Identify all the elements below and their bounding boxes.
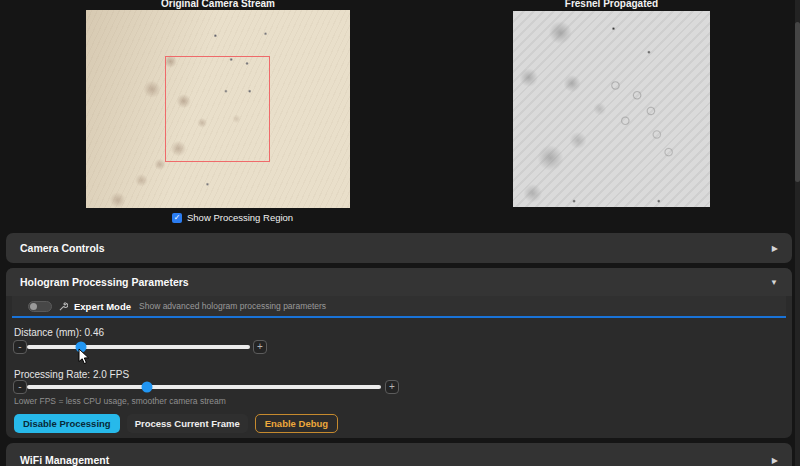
original-stream-title: Original Camera Stream [86, 0, 350, 9]
chevron-right-icon: ▶ [772, 456, 778, 465]
fresnel-stream-title: Fresnel Propagated [513, 0, 710, 9]
expert-mode-toggle[interactable] [28, 301, 52, 312]
processing-region-overlay [165, 56, 270, 162]
section-camera-controls[interactable]: Camera Controls ▶ [6, 233, 792, 263]
scrollbar[interactable] [795, 0, 800, 466]
rate-minus-button[interactable]: - [13, 380, 27, 394]
section-wifi-management[interactable]: WiFi Management ▶ [6, 443, 792, 466]
show-region-label: Show Processing Region [187, 212, 293, 223]
section-hologram-parameters: Hologram Processing Parameters ▼ Expert … [6, 268, 792, 438]
rate-helper-text: Lower FPS = less CPU usage, smoother cam… [14, 396, 226, 406]
action-button-row: Disable Processing Process Current Frame… [14, 414, 338, 433]
camera-controls-title: Camera Controls [20, 242, 105, 254]
scrollbar-thumb[interactable] [795, 22, 800, 182]
wifi-management-title: WiFi Management [20, 454, 109, 466]
distance-slider[interactable] [27, 345, 250, 349]
enable-debug-button[interactable]: Enable Debug [255, 414, 338, 433]
expert-mode-label: Expert Mode [74, 301, 131, 312]
expert-mode-row: Expert Mode Show advanced hologram proce… [12, 296, 786, 318]
rate-slider-thumb[interactable] [142, 382, 153, 393]
disable-processing-button[interactable]: Disable Processing [14, 414, 120, 433]
hologram-section-header[interactable]: Hologram Processing Parameters ▼ [6, 268, 792, 296]
show-region-checkbox[interactable]: ✓ [172, 213, 182, 223]
rate-label: Processing Rate: 2.0 FPS [14, 369, 129, 380]
distance-plus-button[interactable]: + [253, 340, 267, 354]
chevron-down-icon: ▼ [770, 278, 778, 287]
wrench-icon [59, 302, 68, 311]
fresnel-propagated-image [513, 11, 710, 207]
hologram-section-title: Hologram Processing Parameters [20, 276, 189, 288]
mouse-cursor [78, 348, 90, 369]
rate-slider[interactable] [27, 385, 381, 389]
expert-mode-description: Show advanced hologram processing parame… [139, 301, 326, 311]
toggle-thumb [30, 303, 37, 310]
distance-label: Distance (mm): 0.46 [14, 327, 104, 338]
show-region-row: ✓ Show Processing Region [172, 212, 293, 223]
chevron-right-icon: ▶ [772, 244, 778, 253]
process-current-frame-button[interactable]: Process Current Frame [127, 414, 248, 433]
rate-plus-button[interactable]: + [385, 380, 399, 394]
distance-minus-button[interactable]: - [13, 340, 27, 354]
original-camera-stream-image [86, 10, 350, 208]
